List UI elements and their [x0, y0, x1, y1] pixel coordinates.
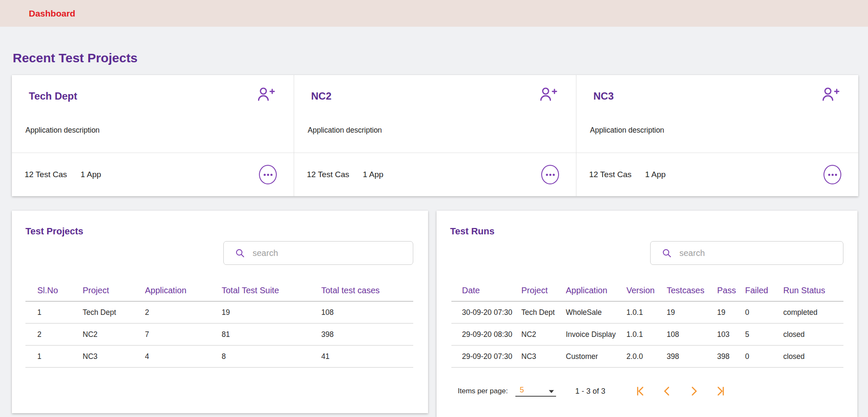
cell-application: 7 [145, 323, 222, 345]
cell-slno: 2 [25, 323, 83, 345]
card-menu-button[interactable] [541, 165, 559, 184]
pagination-nav [634, 385, 727, 398]
column-header: Failed [745, 280, 783, 301]
cell-application: Customer [566, 345, 626, 367]
testcases-count: 12 Test Cas [589, 170, 632, 179]
magnifier-icon [662, 248, 672, 258]
card-title: NC2 [311, 90, 331, 102]
first-page-button[interactable] [634, 385, 647, 398]
table-header-row: Date Project Application Version Testcas… [451, 280, 843, 301]
cell-version: 2.0.0 [626, 345, 667, 367]
cell-application: 2 [145, 301, 222, 323]
card-menu-button[interactable] [259, 165, 277, 184]
search-input[interactable] [679, 248, 835, 259]
card-footer: 12 Test Cas 1 App [12, 153, 294, 196]
cell-run-status: closed [783, 345, 843, 367]
ellipsis-menu-icon [264, 174, 266, 176]
card-footer: 12 Test Cas 1 App [294, 153, 576, 196]
cell-version: 1.0.1 [626, 323, 667, 345]
items-per-page-value: 5 [520, 386, 524, 394]
test-runs-search[interactable] [650, 241, 843, 265]
add-user-button[interactable] [538, 85, 558, 104]
card-footer: 12 Test Cas 1 App [576, 153, 858, 196]
last-page-button[interactable] [714, 385, 727, 398]
project-card-tech-dept[interactable]: Tech Dept Application description 12 Tes… [12, 75, 294, 196]
cell-total-test-cases: 108 [321, 301, 413, 323]
cell-total-test-suite: 19 [222, 301, 321, 323]
previous-page-icon [661, 385, 673, 397]
card-title: Tech Dept [29, 90, 77, 102]
cell-date: 29-09-20 07:30 [451, 345, 521, 367]
recent-projects-row: Tech Dept Application description 12 Tes… [12, 75, 858, 196]
cell-total-test-cases: 41 [321, 345, 413, 367]
page-title: Dashboard [29, 0, 75, 27]
add-user-icon [820, 85, 840, 104]
cell-project: NC2 [83, 323, 145, 345]
apps-count: 1 App [363, 170, 384, 179]
testcases-count: 12 Test Cas [25, 170, 67, 179]
apps-count: 1 App [645, 170, 666, 179]
column-header: Application [145, 280, 222, 301]
cell-slno: 1 [25, 301, 83, 323]
add-user-icon [538, 85, 558, 104]
table-row: 1 Tech Dept 2 19 108 [25, 301, 413, 323]
apps-count: 1 App [81, 170, 101, 179]
card-menu-button[interactable] [823, 165, 841, 184]
test-runs-panel: Test Runs Date Project Application Versi… [437, 211, 857, 417]
cell-version: 1.0.1 [626, 301, 667, 323]
column-header: Sl.No [25, 280, 83, 301]
ellipsis-menu-icon [546, 174, 548, 176]
project-card-nc2[interactable]: NC2 Application description 12 Test Cas … [294, 75, 576, 196]
cell-application: Invoice Display [566, 323, 626, 345]
table-row: 30-09-20 07:30 Tech Dept WholeSale 1.0.1… [451, 301, 843, 323]
cell-slno: 1 [25, 345, 83, 367]
column-header: Run Status [783, 280, 843, 301]
dashboard-page: Dashboard Recent Test Projects Tech Dept… [0, 0, 868, 417]
cell-testcases: 108 [667, 323, 717, 345]
add-user-button[interactable] [820, 85, 840, 104]
cell-date: 29-09-20 08:30 [451, 323, 521, 345]
test-projects-table: Sl.No Project Application Total Test Sui… [25, 280, 413, 368]
next-page-icon [688, 385, 700, 397]
column-header: Version [626, 280, 667, 301]
add-user-button[interactable] [256, 85, 276, 104]
cell-project: NC3 [521, 345, 566, 367]
cell-pass: 19 [717, 301, 745, 323]
table-header-row: Sl.No Project Application Total Test Sui… [25, 280, 413, 301]
column-header: Project [83, 280, 145, 301]
previous-page-button[interactable] [661, 385, 673, 398]
column-header: Pass [717, 280, 745, 301]
add-user-icon [256, 85, 276, 104]
column-header: Total test cases [321, 280, 413, 301]
caret-down-icon [548, 389, 554, 394]
table-row: 29-09-20 07:30 NC3 Customer 2.0.0 398 39… [451, 345, 843, 367]
search-input[interactable] [252, 248, 405, 259]
card-description: Application description [25, 126, 100, 135]
project-card-nc3[interactable]: NC3 Application description 12 Test Cas … [576, 75, 858, 196]
top-bar: Dashboard [0, 0, 868, 27]
cell-project: Tech Dept [521, 301, 566, 323]
next-page-button[interactable] [687, 385, 700, 398]
column-header: Date [451, 280, 521, 301]
cell-project: NC3 [83, 345, 145, 367]
items-per-page-select[interactable]: 5 [515, 386, 556, 397]
cell-testcases: 19 [667, 301, 717, 323]
cell-project: Tech Dept [83, 301, 145, 323]
pagination-bar: Items per page: 5 1 - 3 of 3 [458, 379, 727, 403]
test-projects-search[interactable] [223, 241, 413, 265]
table-row: 2 NC2 7 81 398 [25, 323, 413, 345]
cell-failed: 5 [745, 323, 783, 345]
test-projects-panel: Test Projects Sl.No Project Application … [12, 211, 428, 413]
cell-application: 4 [145, 345, 222, 367]
cell-testcases: 398 [667, 345, 717, 367]
last-page-icon [715, 385, 726, 397]
cell-pass: 103 [717, 323, 745, 345]
cell-run-status: closed [783, 323, 843, 345]
cell-total-test-suite: 8 [222, 345, 321, 367]
column-header: Project [521, 280, 566, 301]
table-row: 1 NC3 4 8 41 [25, 345, 413, 367]
column-header: Application [566, 280, 626, 301]
ellipsis-menu-icon [828, 174, 830, 176]
cell-run-status: completed [783, 301, 843, 323]
test-runs-title: Test Runs [450, 226, 495, 237]
